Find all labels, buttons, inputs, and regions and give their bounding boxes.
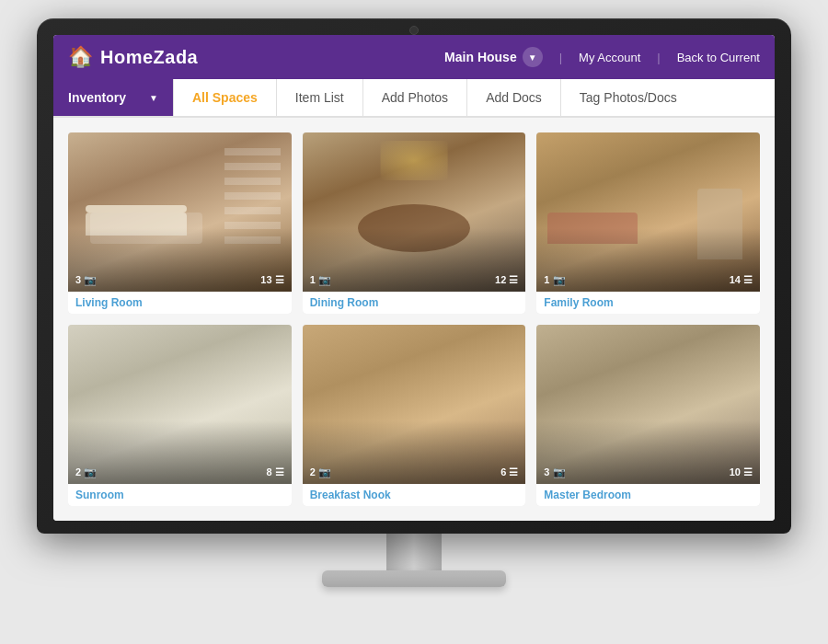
room-image-dining: 1 📷 12 ☰ <box>303 132 526 292</box>
dining-item-stat: 12 ☰ <box>495 274 518 286</box>
house-dropdown-icon[interactable]: ▼ <box>523 47 543 67</box>
room-label-bedroom: Master Bedroom <box>536 484 760 506</box>
screen: 🏠 HomeZada Main House ▼ | My Account | B… <box>53 35 775 521</box>
room-label-sunroom: Sunroom <box>68 484 292 506</box>
rooms-grid: 3 📷 13 ☰ Living Room <box>68 132 760 506</box>
bedroom-photo-stat: 3 📷 <box>544 466 565 478</box>
nav-all-spaces[interactable]: All Spaces <box>173 79 276 116</box>
nav-add-photos[interactable]: Add Photos <box>362 79 466 116</box>
monitor-wrapper: 🏠 HomeZada Main House ▼ | My Account | B… <box>18 18 810 626</box>
living-sofa-deco <box>86 213 186 236</box>
nav-inventory-dropdown[interactable]: Inventory ▼ <box>53 79 173 116</box>
room-card-breakfast-nook[interactable]: 2 📷 6 ☰ Breakfast Nook <box>303 325 526 506</box>
top-bar: 🏠 HomeZada Main House ▼ | My Account | B… <box>53 35 775 79</box>
main-content: 3 📷 13 ☰ Living Room <box>53 118 775 521</box>
family-photo-stat: 1 📷 <box>544 274 565 286</box>
dining-photo-stat: 1 📷 <box>310 274 331 286</box>
monitor-stand-neck <box>386 534 442 570</box>
breakfast-item-stat: 6 ☰ <box>500 466 518 478</box>
room-stats-dining: 1 📷 12 ☰ <box>310 274 519 286</box>
room-card-dining-room[interactable]: 1 📷 12 ☰ Dining Room <box>303 132 526 314</box>
room-label-living: Living Room <box>68 292 292 314</box>
nav-add-docs[interactable]: Add Docs <box>466 79 560 116</box>
room-stats-bedroom: 3 📷 10 ☰ <box>544 466 753 478</box>
sunroom-photo-stat: 2 📷 <box>75 466 97 478</box>
breakfast-photo-stat: 2 📷 <box>310 466 331 478</box>
inventory-arrow-icon: ▼ <box>149 93 158 103</box>
logo-icon: 🏠 <box>68 45 93 69</box>
house-selector[interactable]: Main House ▼ <box>444 47 543 67</box>
room-image-bedroom: 3 📷 10 ☰ <box>536 325 760 484</box>
family-item-stat: 14 ☰ <box>730 274 753 286</box>
room-label-dining: Dining Room <box>303 292 526 314</box>
house-name: Main House <box>444 50 517 64</box>
room-label-family: Family Room <box>536 292 760 314</box>
room-stats-sunroom: 2 📷 8 ☰ <box>75 466 284 478</box>
living-photo-stat: 3 📷 <box>75 274 97 286</box>
back-to-current-link[interactable]: Back to Current <box>677 51 760 64</box>
room-stats-family: 1 📷 14 ☰ <box>544 274 753 286</box>
room-card-living-room[interactable]: 3 📷 13 ☰ Living Room <box>68 132 292 314</box>
room-stats-living: 3 📷 13 ☰ <box>75 274 284 286</box>
monitor-bezel: 🏠 HomeZada Main House ▼ | My Account | B… <box>37 18 791 534</box>
sunroom-item-stat: 8 ☰ <box>266 466 283 478</box>
bedroom-item-stat: 10 ☰ <box>730 466 753 478</box>
divider-2: | <box>657 51 660 64</box>
nav-tag-photos-docs[interactable]: Tag Photos/Docs <box>560 79 696 116</box>
dining-chandelier-deco <box>381 141 448 180</box>
nav-item-list[interactable]: Item List <box>276 79 362 116</box>
nav-bar: Inventory ▼ All Spaces Item List Add Pho… <box>53 79 775 118</box>
divider-1: | <box>559 51 562 64</box>
logo-text: HomeZada <box>100 47 198 68</box>
account-link[interactable]: My Account <box>579 51 640 64</box>
room-image-sunroom: 2 📷 8 ☰ <box>68 325 292 484</box>
inventory-label: Inventory <box>68 90 126 105</box>
living-item-stat: 13 ☰ <box>260 274 283 286</box>
room-card-master-bedroom[interactable]: 3 📷 10 ☰ Master Bedroom <box>536 325 760 506</box>
monitor-stand-base <box>322 570 506 587</box>
room-image-family: 1 📷 14 ☰ <box>536 132 760 292</box>
logo-area: 🏠 HomeZada <box>68 45 444 69</box>
room-label-breakfast: Breakfast Nook <box>303 484 526 506</box>
top-bar-right: Main House ▼ | My Account | Back to Curr… <box>444 47 760 67</box>
room-card-sunroom[interactable]: 2 📷 8 ☰ Sunroom <box>68 325 292 506</box>
room-image-living: 3 📷 13 ☰ <box>68 132 292 292</box>
room-card-family-room[interactable]: 1 📷 14 ☰ Family Room <box>536 132 760 314</box>
room-image-breakfast: 2 📷 6 ☰ <box>303 325 526 484</box>
room-stats-breakfast: 2 📷 6 ☰ <box>310 466 519 478</box>
